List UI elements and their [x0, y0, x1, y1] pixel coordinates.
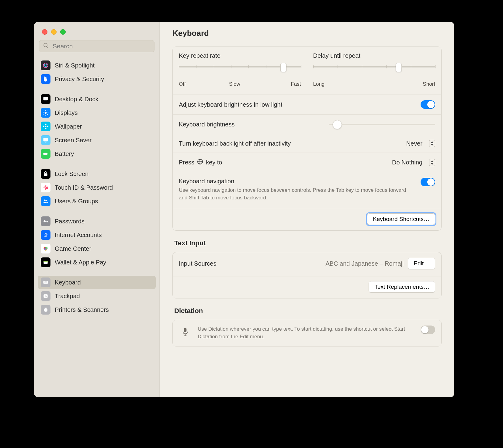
svg-point-14: [45, 124, 47, 125]
sidebar-item-printers[interactable]: Printers & Scanners: [38, 303, 156, 316]
svg-point-23: [44, 199, 46, 201]
sidebar-item-desktop[interactable]: Desktop & Dock: [38, 92, 156, 106]
sidebar-item-privacy[interactable]: Privacy & Security: [38, 72, 156, 86]
sidebar-item-label: Desktop & Dock: [55, 96, 98, 103]
page-title: Keyboard: [160, 22, 454, 42]
text-input-section-title: Text Input: [174, 239, 442, 247]
gamecenter-icon: [41, 244, 50, 253]
auto-brightness-toggle[interactable]: [421, 100, 435, 109]
svg-rect-20: [43, 153, 47, 155]
svg-point-32: [44, 248, 47, 250]
sidebar-item-gamecenter[interactable]: Game Center: [38, 242, 156, 255]
svg-rect-22: [44, 173, 47, 176]
close-window-button[interactable]: [42, 29, 47, 35]
sidebar-item-users[interactable]: Users & Groups: [38, 195, 156, 208]
search-field[interactable]: [39, 40, 154, 52]
trackpad-icon: [41, 291, 50, 301]
svg-line-10: [47, 114, 48, 115]
text-input-card: Input Sources ABC and Japanese – Romaji …: [172, 252, 442, 298]
backlight-off-select[interactable]: Never: [406, 140, 435, 147]
sidebar-item-battery[interactable]: Battery: [38, 147, 156, 160]
sidebar-item-screensaver[interactable]: Screen Saver: [38, 133, 156, 147]
sidebar-item-wallet[interactable]: Wallet & Apple Pay: [38, 256, 156, 269]
key-repeat-column: Key repeat rate Off Slow Fast: [179, 52, 301, 87]
row-label: Keyboard brightness: [179, 121, 234, 128]
stepper-icon: [429, 140, 435, 147]
sidebar-item-keyboard[interactable]: Keyboard: [38, 276, 156, 289]
svg-rect-41: [47, 282, 47, 282]
svg-line-12: [47, 111, 48, 111]
zoom-window-button[interactable]: [60, 29, 66, 35]
sidebar-item-touchid[interactable]: Touch ID & Password: [38, 181, 156, 194]
sidebar-item-internet[interactable]: @ Internet Accounts: [38, 228, 156, 242]
svg-rect-42: [44, 283, 47, 283]
slider-label-slow: Slow: [229, 81, 240, 87]
backlight-off-row: Turn keyboard backlight off after inacti…: [173, 134, 441, 153]
wallet-icon: [41, 257, 50, 267]
keyboard-shortcuts-button[interactable]: Keyboard Shortcuts…: [367, 213, 435, 225]
sidebar-item-label: Privacy & Security: [55, 76, 104, 83]
microphone-icon: [179, 326, 192, 338]
svg-text:@: @: [44, 233, 48, 237]
sidebar-item-displays[interactable]: Displays: [38, 106, 156, 119]
sidebar-item-trackpad[interactable]: Trackpad: [38, 289, 156, 303]
sidebar-item-label: Touch ID & Password: [55, 184, 113, 191]
fingerprint-icon: [41, 183, 50, 192]
battery-icon: [41, 149, 50, 159]
slider-label-off: Off: [179, 81, 186, 87]
sidebar-item-lock-screen[interactable]: Lock Screen: [38, 167, 156, 181]
users-icon: [41, 196, 50, 206]
svg-rect-36: [43, 281, 48, 284]
minimize-window-button[interactable]: [51, 29, 57, 35]
sidebar-item-label: Passwords: [55, 218, 85, 225]
row-label: Press key to: [179, 158, 222, 167]
dictation-section-title: Dictation: [174, 307, 442, 315]
globe-key-select[interactable]: Do Nothing: [392, 159, 435, 166]
delay-repeat-column: Delay until repeat Long Short: [313, 52, 435, 87]
sun-icon: [41, 108, 50, 118]
input-sources-edit-button[interactable]: Edit…: [408, 258, 435, 269]
sidebar-item-passwords[interactable]: Passwords: [38, 215, 156, 228]
sidebar-item-siri[interactable]: Siri & Spotlight: [38, 59, 156, 72]
window-controls: [34, 26, 159, 38]
search-icon: [43, 43, 49, 50]
key-icon: [41, 216, 50, 226]
svg-line-11: [43, 114, 44, 115]
keyboard-navigation-row: Keyboard navigation Use keyboard navigat…: [173, 172, 441, 207]
keyboard-brightness-slider[interactable]: [329, 120, 435, 129]
globe-key-row: Press key to Do Nothing: [173, 153, 441, 172]
row-label: Turn keyboard backlight off after inacti…: [179, 140, 291, 147]
svg-rect-27: [47, 221, 48, 222]
keyboard-navigation-toggle[interactable]: [421, 178, 435, 186]
sidebar: Siri & Spotlight Privacy & Security Desk…: [34, 22, 160, 397]
svg-rect-35: [43, 262, 47, 263]
svg-rect-46: [45, 308, 47, 309]
svg-rect-40: [46, 282, 47, 282]
dictation-card: Use Dictation wherever you can type text…: [172, 320, 442, 346]
search-input[interactable]: [52, 42, 151, 50]
text-replacements-button[interactable]: Text Replacements…: [369, 281, 435, 293]
keyboard-icon: [41, 277, 50, 287]
row-label: Input Sources: [179, 260, 216, 267]
key-repeat-slider[interactable]: [179, 65, 301, 77]
svg-point-25: [43, 220, 46, 222]
slider-label-long: Long: [313, 81, 325, 87]
svg-rect-47: [45, 311, 47, 312]
sidebar-item-wallpaper[interactable]: Wallpaper: [38, 120, 156, 133]
slider-label-short: Short: [423, 81, 435, 87]
svg-rect-34: [43, 261, 47, 262]
row-description: Use keyboard navigation to move focus be…: [179, 187, 415, 202]
lock-icon: [41, 169, 50, 179]
sidebar-item-label: Lock Screen: [55, 171, 88, 177]
slider-label-fast: Fast: [291, 81, 301, 87]
at-icon: @: [41, 230, 50, 240]
printer-icon: [41, 305, 50, 315]
dictation-toggle[interactable]: [421, 326, 435, 334]
sidebar-item-label: Screen Saver: [55, 137, 92, 144]
auto-brightness-row: Adjust keyboard brightness in low light: [173, 95, 441, 114]
sidebar-item-label: Wallet & Apple Pay: [55, 259, 106, 266]
svg-rect-19: [45, 142, 47, 143]
delay-repeat-slider[interactable]: [313, 65, 435, 77]
svg-rect-21: [48, 153, 48, 154]
row-label: Keyboard navigation: [179, 178, 415, 185]
